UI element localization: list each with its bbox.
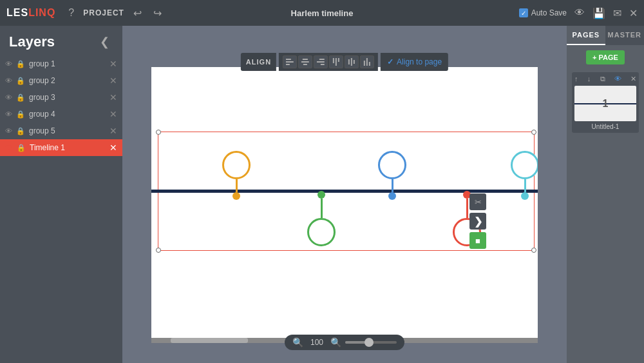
top-bar: LESLINQ ? PROJECT ↩ ↪ Harlem timeline ✓ … (0, 0, 644, 26)
lock-icon: 🔒 (16, 127, 25, 135)
handle-bottom-left[interactable] (156, 248, 161, 253)
zoom-slider-thumb[interactable] (365, 338, 374, 347)
layer-item-active[interactable]: 👁 🔒 Timeline 1 ✕ (0, 139, 122, 156)
align-to-page-toggle[interactable]: ✓ Align to page (381, 53, 448, 71)
lock-unlocked-icon: 🔒 (17, 144, 26, 152)
help-icon[interactable]: ? (66, 6, 77, 20)
svg-rect-15 (364, 61, 365, 66)
lock-icon: 🔒 (16, 60, 25, 68)
tab-master[interactable]: MASTER (605, 26, 644, 45)
svg-rect-5 (303, 64, 307, 65)
right-panel: PAGES MASTER + PAGE ↑ ↓ ⧉ 👁 ✕ 1 Untitled… (567, 26, 644, 363)
duplicate-icon[interactable]: ⧉ (600, 75, 605, 83)
node-teal-dot (521, 192, 529, 200)
page-number: 1 (603, 98, 609, 110)
layer-item[interactable]: 👁 🔒 group 1 ✕ (0, 55, 122, 72)
move-down-icon[interactable]: ↓ (587, 75, 591, 83)
handle-top-left[interactable] (156, 130, 161, 135)
panel-tabs: PAGES MASTER (567, 26, 644, 45)
node-green-circle (307, 218, 336, 246)
zoom-in-button[interactable]: 🔍 (330, 337, 341, 348)
layer-delete-button[interactable]: ✕ (109, 109, 117, 119)
zoom-out-button[interactable]: 🔍 (292, 337, 303, 348)
move-up-icon[interactable]: ↑ (574, 75, 578, 83)
delete-page-icon[interactable]: ✕ (630, 75, 636, 83)
visible-icon[interactable]: 👁 (614, 75, 621, 83)
align-middle-button[interactable] (345, 55, 359, 68)
svg-rect-8 (321, 64, 325, 65)
svg-rect-16 (366, 58, 368, 66)
scrollbar-thumb[interactable] (171, 338, 248, 343)
svg-rect-4 (301, 61, 309, 63)
page-thumbnail[interactable]: ↑ ↓ ⧉ 👁 ✕ 1 Untitled-1 (572, 72, 639, 133)
lock-icon: 🔒 (16, 77, 25, 85)
tab-pages[interactable]: PAGES (567, 26, 605, 45)
preview-icon[interactable]: 👁 (574, 7, 585, 19)
node-green-dot (317, 191, 325, 199)
share-icon[interactable]: ✉ (613, 7, 621, 19)
canvas-area[interactable]: ALIGN (122, 26, 567, 363)
page-label: Untitled-1 (574, 123, 636, 130)
layers-header: Layers ❮ (0, 26, 122, 55)
svg-rect-10 (336, 58, 337, 66)
node-blue-stem (392, 179, 393, 192)
main-area: Layers ❮ 👁 🔒 group 1 ✕ 👁 🔒 group 2 ✕ 👁 🔒… (0, 26, 644, 363)
close-icon[interactable]: ✕ (629, 7, 638, 19)
top-right-actions: ✓ Auto Save 👁 💾 ✉ ✕ (519, 7, 638, 19)
layer-delete-button[interactable]: ✕ (109, 126, 117, 136)
redo-icon[interactable]: ↪ (151, 6, 164, 21)
project-label[interactable]: PROJECT (83, 8, 124, 17)
node-teal-stem (524, 179, 526, 192)
align-top-button[interactable] (329, 55, 343, 68)
align-right-button[interactable] (314, 55, 328, 68)
layer-item[interactable]: 👁 🔒 group 2 ✕ (0, 72, 122, 89)
eye-hidden-icon: 👁 (5, 77, 12, 84)
node-red-stem (466, 199, 468, 218)
node-teal (511, 151, 538, 200)
handle-top-right[interactable] (531, 130, 536, 135)
layer-delete-button[interactable]: ✕ (109, 59, 117, 69)
layer-delete-button[interactable]: ✕ (109, 142, 117, 153)
node-orange-stem (236, 179, 238, 192)
logo: LESLINQ (6, 7, 55, 19)
save-icon[interactable]: 💾 (592, 7, 605, 19)
scissors-tool-button[interactable]: ✂ (469, 193, 486, 210)
next-tool-button[interactable]: ❯ (469, 213, 486, 230)
node-orange (222, 151, 251, 200)
layers-panel: Layers ❮ 👁 🔒 group 1 ✕ 👁 🔒 group 2 ✕ 👁 🔒… (0, 26, 122, 363)
zoom-controls: 🔍 100 🔍 (285, 335, 404, 350)
layer-item[interactable]: 👁 🔒 group 3 ✕ (0, 89, 122, 106)
add-page-button[interactable]: + PAGE (586, 50, 625, 64)
svg-rect-7 (317, 61, 325, 63)
layer-item[interactable]: 👁 🔒 group 4 ✕ (0, 106, 122, 123)
eye-hidden-icon: 👁 (5, 60, 12, 68)
zoom-value: 100 (307, 338, 327, 347)
svg-rect-2 (286, 64, 290, 65)
layer-item[interactable]: 👁 🔒 group 5 ✕ (0, 123, 122, 139)
lock-icon: 🔒 (16, 110, 25, 119)
layer-delete-button[interactable]: ✕ (109, 75, 117, 86)
collapse-layers-button[interactable]: ❮ (96, 34, 113, 50)
svg-rect-9 (333, 58, 334, 63)
layer-delete-button[interactable]: ✕ (109, 92, 117, 103)
eye-visible-icon: 👁 (5, 143, 13, 152)
zoom-slider-fill (345, 341, 366, 344)
handle-bottom-right[interactable] (531, 248, 536, 253)
align-left-button[interactable] (283, 55, 297, 68)
svg-rect-11 (338, 58, 339, 62)
svg-rect-17 (369, 62, 370, 66)
green-tool-button[interactable]: ■ (469, 232, 486, 249)
lock-icon: 🔒 (16, 93, 25, 102)
align-toolbar: ALIGN (241, 52, 448, 72)
align-label: ALIGN (241, 53, 276, 71)
zoom-slider[interactable] (345, 341, 397, 344)
auto-save-checkbox[interactable]: ✓ (519, 8, 528, 17)
svg-rect-12 (348, 59, 350, 64)
node-orange-dot (232, 192, 240, 200)
undo-icon[interactable]: ↩ (131, 6, 144, 21)
auto-save-toggle[interactable]: ✓ Auto Save (519, 8, 567, 17)
thumbnail-actions: ↑ ↓ ⧉ 👁 ✕ (574, 75, 636, 83)
align-center-h-button[interactable] (298, 55, 312, 68)
node-green-stem (321, 199, 323, 218)
align-bottom-button[interactable] (360, 55, 374, 68)
